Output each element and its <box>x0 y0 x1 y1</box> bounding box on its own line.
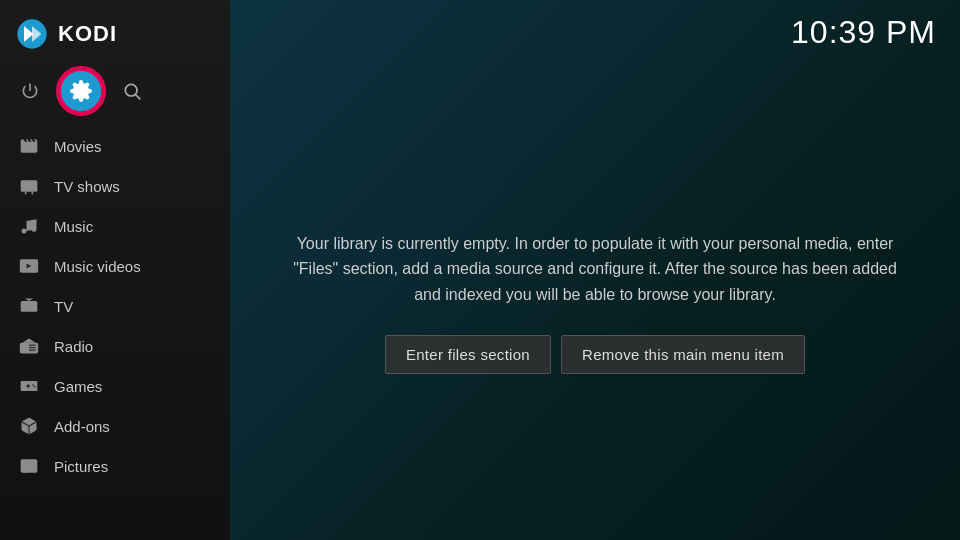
svg-point-19 <box>34 386 36 388</box>
sidebar-icons-row <box>0 64 230 126</box>
tv-shows-icon <box>18 175 40 197</box>
radio-icon <box>18 335 40 357</box>
add-ons-label: Add-ons <box>54 418 110 435</box>
app-title: KODI <box>58 21 117 47</box>
kodi-logo-icon <box>16 18 48 50</box>
tv-icon <box>18 295 40 317</box>
music-label: Music <box>54 218 93 235</box>
sidebar-item-tv-shows[interactable]: TV shows <box>0 166 230 206</box>
games-icon <box>18 375 40 397</box>
svg-point-12 <box>23 346 26 349</box>
add-ons-icon <box>18 415 40 437</box>
svg-line-4 <box>136 95 141 100</box>
music-videos-label: Music videos <box>54 258 141 275</box>
tv-shows-label: TV shows <box>54 178 120 195</box>
sidebar-item-games[interactable]: Games <box>0 366 230 406</box>
music-videos-icon <box>18 255 40 277</box>
sidebar-item-tv[interactable]: TV <box>0 286 230 326</box>
sidebar: KODI Movie <box>0 0 230 540</box>
sidebar-menu: Movies TV shows Music <box>0 126 230 540</box>
sidebar-header: KODI <box>0 0 230 64</box>
settings-button[interactable] <box>58 68 104 114</box>
sidebar-item-radio[interactable]: Radio <box>0 326 230 366</box>
movies-label: Movies <box>54 138 102 155</box>
movies-icon <box>18 135 40 157</box>
content-area: Your library is currently empty. In orde… <box>230 65 960 540</box>
pictures-label: Pictures <box>54 458 108 475</box>
sidebar-item-pictures[interactable]: Pictures <box>0 446 230 486</box>
svg-point-18 <box>32 384 34 386</box>
main-content: 10:39 PM Your library is currently empty… <box>230 0 960 540</box>
enter-files-button[interactable]: Enter files section <box>385 335 551 374</box>
games-label: Games <box>54 378 102 395</box>
action-buttons: Enter files section Remove this main men… <box>385 335 805 374</box>
tv-label: TV <box>54 298 73 315</box>
sidebar-item-music[interactable]: Music <box>0 206 230 246</box>
svg-point-3 <box>125 84 137 96</box>
svg-rect-10 <box>21 301 38 312</box>
search-icon[interactable] <box>118 77 146 105</box>
svg-point-24 <box>25 463 27 466</box>
music-icon <box>18 215 40 237</box>
svg-rect-5 <box>21 180 38 192</box>
pictures-icon <box>18 455 40 477</box>
clock-display: 10:39 PM <box>791 14 936 51</box>
sidebar-item-music-videos[interactable]: Music videos <box>0 246 230 286</box>
remove-menu-item-button[interactable]: Remove this main menu item <box>561 335 805 374</box>
top-bar: 10:39 PM <box>230 0 960 65</box>
power-icon[interactable] <box>16 77 44 105</box>
sidebar-item-movies[interactable]: Movies <box>0 126 230 166</box>
radio-label: Radio <box>54 338 93 355</box>
sidebar-item-add-ons[interactable]: Add-ons <box>0 406 230 446</box>
library-empty-message: Your library is currently empty. In orde… <box>290 231 900 308</box>
